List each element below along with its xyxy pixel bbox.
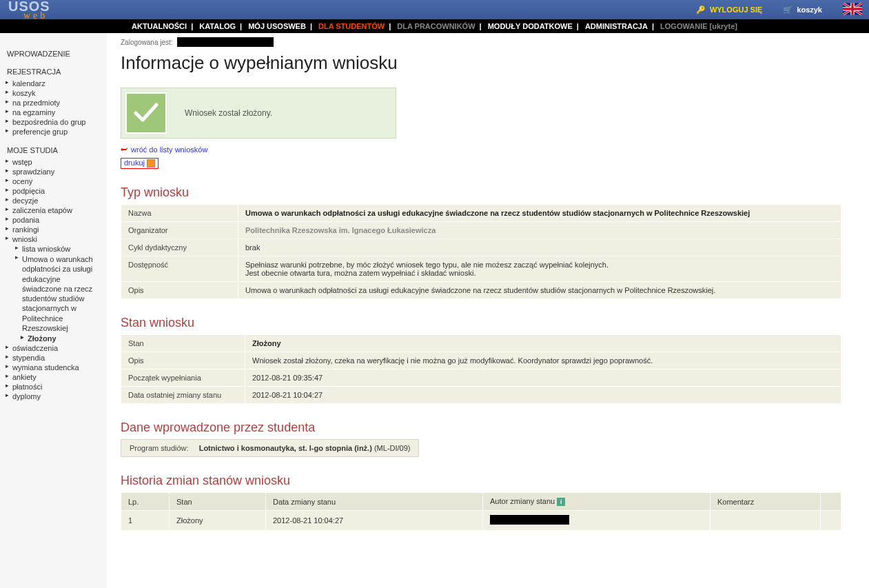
history-header-data: Data zmiany stanu [266,493,483,511]
program-label: Program studiów: [130,444,189,452]
logout-label: WYLOGUJ SIĘ [710,6,762,14]
print-icon [147,159,155,168]
history-cell-empty [821,511,841,531]
sidebar-item-oceny[interactable]: oceny [7,176,101,186]
sidebar-item-dyplomy[interactable]: dyplomy [7,392,101,401]
cart-icon: 🛒 [783,6,793,14]
success-text: Wniosek został złożony. [171,101,286,125]
language-flag-uk[interactable] [843,3,862,17]
link-print[interactable]: drukuj [124,159,145,167]
history-cell-komentarz [710,511,821,531]
program-code: (ML-DI/09) [374,444,411,452]
sidebar-item-zaliczenia[interactable]: zaliczenia etapów [7,205,101,215]
history-cell-stan: Złożony [170,511,266,531]
program-value: Lotnictwo i kosmonautyka, st. I-go stopn… [199,444,372,452]
sidebar-item-bezposrednia[interactable]: bezpośrednia do grup [7,117,101,127]
typ-label-organizator: Organizator [121,222,238,239]
history-cell-autor [483,511,710,531]
history-row: 1 Złożony 2012-08-21 10:04:27 [121,511,841,531]
history-header-stan: Stan [170,493,266,511]
sidebar-item-wstep[interactable]: wstęp [7,157,101,167]
menu-logowanie[interactable]: LOGOWANIE [ukryte] [659,22,739,30]
stan-value-data-zmiany: 2012-08-21 10:04:27 [245,387,841,404]
sidebar-item-preferencje[interactable]: preferencje grup [7,127,101,136]
check-icon [125,92,167,134]
menu-moj-usosweb[interactable]: MÓJ USOSWEB [247,22,307,30]
info-icon[interactable]: i [557,498,565,506]
page-title: Informacje o wypełnianym wniosku [121,52,841,74]
sidebar-item-wnioski[interactable]: wnioski [7,234,101,244]
cart-label: koszyk [797,6,822,14]
sidebar-item-rankingi[interactable]: rankingi [7,225,101,234]
history-header-lp: Lp. [121,493,170,511]
section-historia: Historia zmian stanów wniosku [121,474,841,488]
menubar: AKTUALNOŚCI| KATALOG| MÓJ USOSWEB| DLA S… [0,19,869,33]
program-box: Program studiów: Lotnictwo i kosmonautyk… [121,439,419,457]
logo[interactable]: USOS web [0,0,57,21]
loggedin-user-redacted [177,37,274,47]
link-back-to-list[interactable]: wróć do listy wniosków [131,145,207,154]
sidebar-section-wprowadzenie[interactable]: WPROWADZENIE [7,50,101,58]
main-content: Zalogowana jest: Informacje o wypełniany… [107,33,869,588]
stan-label-data-zmiany: Data ostatniej zmiany stanu [121,387,245,404]
typ-label-cykl: Cykl dydaktyczny [121,239,238,256]
sidebar-item-platnosci[interactable]: płatności [7,382,101,392]
typ-label-nazwa: Nazwa [121,205,238,222]
sidebar-item-umowa[interactable]: Umowa o warunkach odpłatności za usługi … [17,254,101,334]
stan-label-poczatek: Początek wypełniania [121,369,245,387]
sidebar-item-podpiecia[interactable]: podpięcia [7,186,101,196]
typ-label-dostepnosc: Dostępność [121,256,238,282]
sidebar-section-rejestracja[interactable]: REJESTRACJA [7,68,101,76]
stan-wniosku-table: Stan Złożony Opis Wniosek został złożony… [121,334,841,404]
typ-value-organizator: Politechnika Rzeszowska im. Ignacego Łuk… [238,222,841,239]
history-autor-redacted [490,515,569,525]
sidebar-item-na-przedmioty[interactable]: na przedmioty [7,98,101,108]
sidebar-item-na-egzaminy[interactable]: na egzaminy [7,108,101,117]
logo-sub: web [23,10,50,21]
typ-value-cykl: brak [238,239,841,256]
sidebar-item-decyzje[interactable]: decyzje [7,196,101,205]
sidebar-item-oswiadczenia[interactable]: oświadczenia [7,343,101,353]
sidebar-section-moje-studia[interactable]: MOJE STUDIA [7,146,101,154]
sidebar-item-kalendarz[interactable]: kalendarz [7,79,101,88]
success-message: Wniosek został złożony. [121,88,396,139]
typ-value-dostepnosc: Spełniasz warunki potrzebne, by móc złoż… [238,256,841,282]
history-header-empty [821,493,841,511]
sidebar-item-sprawdziany[interactable]: sprawdziany [7,167,101,176]
history-header-autor: Autor zmiany stanu i [483,493,710,511]
typ-label-opis: Opis [121,282,238,299]
topbar: USOS web 🔑 WYLOGUJ SIĘ 🛒 koszyk [0,0,869,19]
menu-moduly-dodatkowe[interactable]: MODUŁY DODATKOWE [487,22,574,30]
typ-value-nazwa: Umowa o warunkach odpłatności za usługi … [238,205,841,222]
menu-dla-pracownikow[interactable]: DLA PRACOWNIKÓW [396,22,476,30]
logout-link[interactable]: 🔑 WYLOGUJ SIĘ [696,6,762,14]
history-cell-lp: 1 [121,511,170,531]
section-dane-studenta: Dane wprowadzone przez studenta [121,420,841,435]
sidebar-item-koszyk[interactable]: koszyk [7,88,101,98]
history-header-komentarz: Komentarz [710,493,821,511]
key-icon: 🔑 [696,6,706,14]
history-cell-data: 2012-08-21 10:04:27 [266,511,483,531]
sidebar: WPROWADZENIE REJESTRACJA kalendarz koszy… [0,33,107,588]
sidebar-item-zlozony[interactable]: Złożony [22,334,101,343]
loggedin-info: Zalogowana jest: [121,37,841,47]
menu-dla-studentow[interactable]: DLA STUDENTÓW [317,22,386,30]
history-table: Lp. Stan Data zmiany stanu Autor zmiany … [121,492,841,531]
menu-aktualnosci[interactable]: AKTUALNOŚCI [130,22,188,30]
cart-link[interactable]: 🛒 koszyk [783,6,822,14]
sidebar-item-lista-wnioskow[interactable]: lista wniosków [17,244,101,254]
loggedin-label: Zalogowana jest: [121,39,173,46]
sidebar-item-wymiana[interactable]: wymiana studencka [7,363,101,372]
stan-value-opis: Wniosek został złożony, czeka na weryfik… [245,352,841,369]
menu-administracja[interactable]: ADMINISTRACJA [584,22,649,30]
sidebar-item-podania[interactable]: podania [7,215,101,225]
stan-label-stan: Stan [121,335,245,352]
stan-label-opis: Opis [121,352,245,369]
menu-katalog[interactable]: KATALOG [198,22,237,30]
sidebar-item-ankiety[interactable]: ankiety [7,372,101,382]
print-link-box[interactable]: drukuj [121,158,159,169]
typ-value-opis: Umowa o warunkach odpłatności za usługi … [238,282,841,299]
stan-value-stan: Złożony [245,335,841,352]
section-stan-wniosku: Stan wniosku [121,316,841,330]
sidebar-item-stypendia[interactable]: stypendia [7,353,101,363]
